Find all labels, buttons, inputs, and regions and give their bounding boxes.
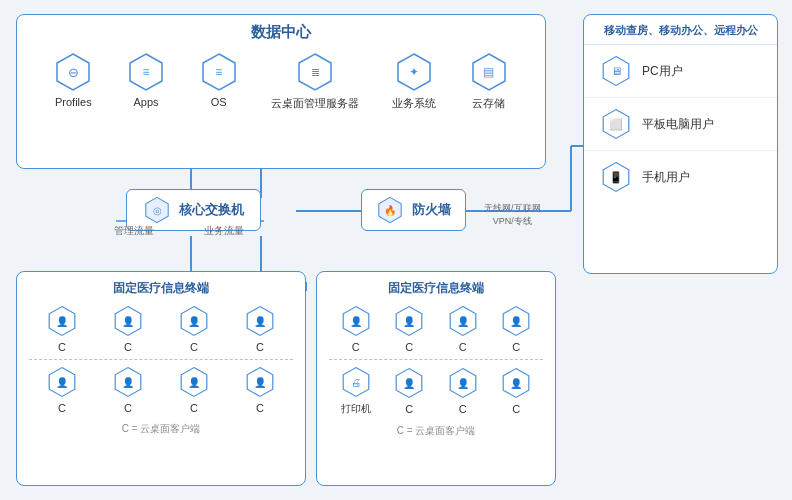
mobile-title: 移动查房、移动办公、远程办公 [584,15,777,45]
datacenter-title: 数据中心 [17,15,545,48]
firewall-label: 防火墙 [412,201,451,219]
terminal-client-2: 👤 C [112,305,144,353]
terminal-right-client-7: 👤 C [500,367,532,415]
terminal-right-client-1: 👤 C [340,305,372,353]
terminal-box-right: 固定医疗信息终端 👤 C 👤 C 👤 [316,271,556,486]
apps-label: Apps [133,96,158,108]
profiles-label: Profiles [55,96,92,108]
mobile-box: 移动查房、移动办公、远程办公 🖥 PC用户 ⬜ 平板电脑用户 [583,14,778,274]
biz-flow-label: 业务流量 [204,224,244,238]
printer-label: 打印机 [341,402,371,416]
terminal-right-client-6: 👤 C [447,367,479,415]
terminal-left-note: C = 云桌面客户端 [17,418,305,438]
terminal-client-1: 👤 C [46,305,78,353]
terminal-right-client-2: 👤 C [393,305,425,353]
mobile-phone-user: 📱 手机用户 [584,151,777,203]
terminal-client-8: 👤 C [244,366,276,414]
terminal-box-left: 固定医疗信息终端 👤 C 👤 C 👤 [16,271,306,486]
terminal-client-7: 👤 C [178,366,210,414]
cloud-storage-label: 云存储 [472,96,505,111]
terminal-left-row1: 👤 C 👤 C 👤 C 👤 [17,301,305,357]
terminal-right-client-4: 👤 C [500,305,532,353]
manage-flow-label: 管理流量 [114,224,154,238]
mobile-pc-user: 🖥 PC用户 [584,45,777,98]
terminal-client-3: 👤 C [178,305,210,353]
biz-system-label: 业务系统 [392,96,436,111]
terminal-right-row1: 👤 C 👤 C 👤 C 👤 [317,301,555,357]
core-switch-label: 核心交换机 [179,201,244,219]
vdm-server-label: 云桌面管理服务器 [271,96,359,111]
icon-profiles: ⊖ Profiles [53,52,93,108]
datacenter-icons: ⊖ Profiles ≡ Apps [17,52,545,111]
tablet-user-label: 平板电脑用户 [642,116,714,133]
wireless-label: 无线网/互联网VPN/专线 [484,202,541,227]
terminal-client-5: 👤 C [46,366,78,414]
icon-biz-system: ✦ 业务系统 [392,52,436,111]
terminal-left-title: 固定医疗信息终端 [17,272,305,301]
icon-os: ≡ OS [199,52,239,108]
pc-user-label: PC用户 [642,63,683,80]
terminal-right-client-3: 👤 C [447,305,479,353]
os-label: OS [211,96,227,108]
printer-icon-item: 🖨 打印机 [340,366,372,416]
terminal-right-title: 固定医疗信息终端 [317,272,555,301]
terminal-client-6: 👤 C [112,366,144,414]
firewall-box: 🔥 防火墙 [361,189,466,231]
icon-vdm-server: ≣ 云桌面管理服务器 [271,52,359,111]
mobile-tablet-user: ⬜ 平板电脑用户 [584,98,777,151]
terminal-right-note: C = 云桌面客户端 [317,420,555,440]
terminal-right-client-5: 👤 C [393,367,425,415]
phone-user-label: 手机用户 [642,169,690,186]
datacenter-box: 数据中心 ⊖ Profiles ≡ [16,14,546,169]
terminal-left-row2: 👤 C 👤 C 👤 C 👤 [17,362,305,418]
terminal-client-4: 👤 C [244,305,276,353]
icon-cloud-storage: ▤ 云存储 [469,52,509,111]
icon-apps: ≡ Apps [126,52,166,108]
terminal-right-row2: 🖨 打印机 👤 C 👤 C [317,362,555,420]
